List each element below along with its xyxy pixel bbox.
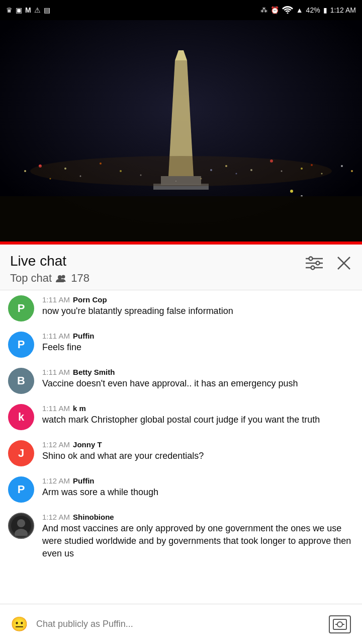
chat-message: P 1:11 AMPorn Cop now you're blatantly s… [0, 290, 362, 327]
viewers-icon [56, 274, 67, 283]
message-text: And most vaccines are only approved by o… [42, 522, 354, 560]
message-text: now you're blatantly spreading false inf… [42, 305, 354, 317]
avatar [8, 513, 34, 539]
close-button[interactable] [336, 255, 352, 271]
username: Porn Cop [73, 295, 107, 304]
chat-message: k 1:11 AMk m watch mark Christopher glob… [0, 399, 362, 435]
svg-rect-29 [0, 196, 362, 242]
message-meta: 1:11 AMBetty Smith [42, 368, 354, 376]
svg-point-45 [337, 622, 342, 627]
svg-point-20 [341, 165, 343, 167]
message-text: Shino ok and what are your credentials? [42, 450, 354, 462]
crown-icon: ♛ [6, 6, 13, 14]
chat-message: P 1:11 AMPuffin Feels fine [0, 327, 362, 363]
message-text: Vaccine doesn't even have approval.. it … [42, 377, 354, 390]
username: Shinobione [73, 513, 114, 521]
chat-input[interactable] [36, 613, 320, 635]
svg-point-21 [351, 170, 353, 172]
message-meta: 1:12 AMShinobione [42, 513, 354, 521]
message-meta: 1:11 AMPuffin [42, 332, 354, 340]
warning-icon: ⚠ [34, 6, 41, 14]
username: Puffin [73, 476, 95, 485]
svg-rect-44 [333, 619, 346, 629]
message-meta: 1:12 AMPuffin [42, 476, 354, 485]
wifi-icon [282, 6, 293, 15]
username: Jonny T [73, 440, 102, 449]
avatar: B [8, 368, 34, 394]
svg-point-30 [30, 156, 332, 186]
message-body: 1:12 AMJonny T Shino ok and what are you… [42, 440, 354, 462]
svg-point-10 [24, 170, 26, 172]
chat-messages-area: P 1:11 AMPorn Cop now you're blatantly s… [0, 290, 362, 606]
message-body: 1:11 AMBetty Smith Vaccine doesn't even … [42, 368, 354, 390]
svg-point-38 [311, 266, 315, 270]
livechat-header-left: Live chat Top chat 178 [10, 253, 89, 285]
chat-message: P 1:12 AMPuffin Arm was sore a while tho… [0, 471, 362, 508]
avatar: k [8, 404, 34, 430]
svg-point-37 [316, 262, 320, 265]
message-text: Arm was sore a while though [42, 486, 354, 499]
viewer-count: 178 [71, 272, 89, 285]
livechat-subtitle: Top chat 178 [10, 272, 89, 285]
message-body: 1:11 AMPuffin Feels fine [42, 332, 354, 354]
status-bar-right: ⁂ ⏰ ▲ 42% ▮ 1:12 AM [260, 6, 356, 15]
video-player[interactable] [0, 20, 362, 242]
signal-icon: ▲ [296, 6, 303, 14]
message-body: 1:11 AMPorn Cop now you're blatantly spr… [42, 295, 354, 317]
image-icon: ▤ [44, 6, 50, 14]
livechat-header: Live chat Top chat 178 [0, 245, 362, 290]
emoji-button[interactable]: 😐 [8, 613, 30, 635]
file-icon: ▣ [16, 6, 22, 14]
chat-message: B 1:11 AMBetty Smith Vaccine doesn't eve… [0, 363, 362, 399]
time-display: 1:12 AM [330, 6, 356, 14]
message-body: 1:12 AMPuffin Arm was sore a while thoug… [42, 476, 354, 499]
svg-point-32 [62, 275, 65, 278]
svg-point-31 [58, 275, 62, 279]
m-icon: M [25, 6, 31, 14]
svg-point-42 [17, 519, 25, 527]
top-chat-label: Top chat [10, 272, 52, 285]
status-bar: ♛ ▣ M ⚠ ▤ ⁂ ⏰ ▲ 42% ▮ 1:12 AM [0, 0, 362, 20]
livechat-header-right [305, 253, 352, 272]
filter-button[interactable] [305, 255, 324, 272]
svg-point-0 [287, 12, 288, 14]
chat-message: 1:12 AMShinobione And most vaccines are … [0, 508, 362, 566]
avatar: P [8, 295, 34, 321]
username: Puffin [73, 332, 95, 340]
message-text: watch mark Christopher global postal cou… [42, 414, 354, 426]
username: k m [73, 404, 86, 413]
send-button[interactable] [326, 613, 354, 635]
bluetooth-icon: ⁂ [260, 6, 267, 14]
message-text: Feels fine [42, 341, 354, 354]
message-body: 1:11 AMk m watch mark Christopher global… [42, 404, 354, 426]
livechat-title: Live chat [10, 253, 89, 270]
send-icon [329, 615, 351, 633]
chat-input-area: 😐 [0, 604, 362, 644]
message-meta: 1:12 AMJonny T [42, 440, 354, 449]
emoji-icon: 😐 [11, 616, 28, 632]
status-bar-left: ♛ ▣ M ⚠ ▤ [6, 6, 50, 14]
avatar: P [8, 332, 34, 358]
avatar: J [8, 440, 34, 466]
message-meta: 1:11 AMPorn Cop [42, 295, 354, 304]
avatar: P [8, 476, 34, 503]
battery-text: 42% [306, 6, 320, 14]
message-meta: 1:11 AMk m [42, 404, 354, 413]
chat-message: J 1:12 AMJonny T Shino ok and what are y… [0, 435, 362, 471]
message-body: 1:12 AMShinobione And most vaccines are … [42, 513, 354, 560]
alarm-icon: ⏰ [270, 6, 279, 14]
battery-icon: ▮ [323, 6, 327, 14]
svg-point-27 [290, 190, 293, 193]
username: Betty Smith [73, 368, 115, 376]
svg-point-36 [309, 257, 313, 261]
